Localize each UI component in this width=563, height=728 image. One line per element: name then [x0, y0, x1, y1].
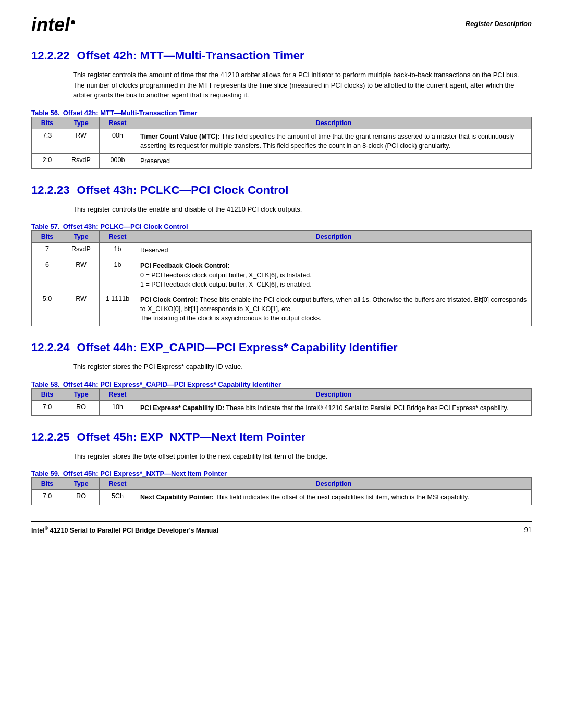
section-heading-12224: 12.2.24 Offset 44h: EXP_CAPID—PCI Expres… — [31, 341, 532, 354]
header-section-title: Register Description — [466, 16, 532, 28]
page-header: intel Register Description — [31, 16, 532, 34]
section-body-12225: This register stores the byte offset poi… — [73, 451, 532, 462]
col-type: Type — [63, 117, 100, 129]
table-59: Bits Type Reset Description 7:0 RO 5Ch N… — [31, 477, 532, 505]
table-57: Bits Type Reset Description 7 RsvdP 1b R… — [31, 230, 532, 326]
col-bits: Bits — [32, 231, 63, 243]
section-heading-12225: 12.2.25 Offset 45h: EXP_NXTP—Next Item P… — [31, 430, 532, 444]
table-row: 7 RsvdP 1b Reserved — [32, 243, 532, 258]
col-desc: Description — [136, 478, 532, 490]
table-row: 7:0 RO 10h PCI Express* Capability ID: T… — [32, 400, 532, 415]
col-type: Type — [63, 478, 100, 490]
section-body-12223: This register controls the enable and di… — [73, 204, 532, 215]
table-caption-56: Table 56. Offset 42h: MTT—Multi-Transact… — [31, 109, 532, 117]
table-58: Bits Type Reset Description 7:0 RO 10h P… — [31, 388, 532, 416]
col-reset: Reset — [100, 388, 136, 400]
section-12223: 12.2.23 Offset 43h: PCLKC—PCI Clock Cont… — [31, 183, 532, 326]
table-56: Bits Type Reset Description 7:3 RW 00h T… — [31, 117, 532, 169]
col-reset: Reset — [100, 231, 136, 243]
col-type: Type — [63, 388, 100, 400]
section-heading-12222: 12.2.22 Offset 42h: MTT—Multi-Transactio… — [31, 49, 532, 63]
col-reset: Reset — [100, 478, 136, 490]
section-body-12224: This register stores the PCI Express* ca… — [73, 362, 532, 372]
col-bits: Bits — [32, 478, 63, 490]
section-body-12222: This register controls the amount of tim… — [73, 70, 532, 101]
table-row: 7:0 RO 5Ch Next Capability Pointer: This… — [32, 490, 532, 505]
intel-logo: intel — [31, 16, 75, 34]
table-row: 5:0 RW 1 1111b PCI Clock Control: These … — [32, 292, 532, 326]
table-row: 7:3 RW 00h Timer Count Value (MTC): This… — [32, 129, 532, 153]
col-bits: Bits — [32, 388, 63, 400]
col-bits: Bits — [32, 117, 63, 129]
section-12224: 12.2.24 Offset 44h: EXP_CAPID—PCI Expres… — [31, 341, 532, 416]
section-12222: 12.2.22 Offset 42h: MTT—Multi-Transactio… — [31, 49, 532, 169]
col-reset: Reset — [100, 117, 136, 129]
table-caption-57: Table 57. Offset 43h: PCLKC—PCI Clock Co… — [31, 223, 532, 230]
col-desc: Description — [136, 117, 532, 129]
col-desc: Description — [136, 388, 532, 400]
col-desc: Description — [136, 231, 532, 243]
page-footer: Intel® 41210 Serial to Parallel PCI Brid… — [31, 521, 532, 534]
table-row: 2:0 RsvdP 000b Preserved — [32, 153, 532, 168]
footer-title: Intel® 41210 Serial to Parallel PCI Brid… — [31, 526, 218, 534]
footer-page-number: 91 — [524, 526, 532, 534]
table-caption-58: Table 58. Offset 44h: PCI Express*_CAPID… — [31, 380, 532, 388]
table-row: 6 RW 1b PCI Feedback Clock Control: 0 = … — [32, 258, 532, 292]
table-caption-59: Table 59. Offset 45h: PCI Express*_NXTP—… — [31, 470, 532, 477]
section-12225: 12.2.25 Offset 45h: EXP_NXTP—Next Item P… — [31, 430, 532, 505]
col-type: Type — [63, 231, 100, 243]
section-heading-12223: 12.2.23 Offset 43h: PCLKC—PCI Clock Cont… — [31, 183, 532, 197]
